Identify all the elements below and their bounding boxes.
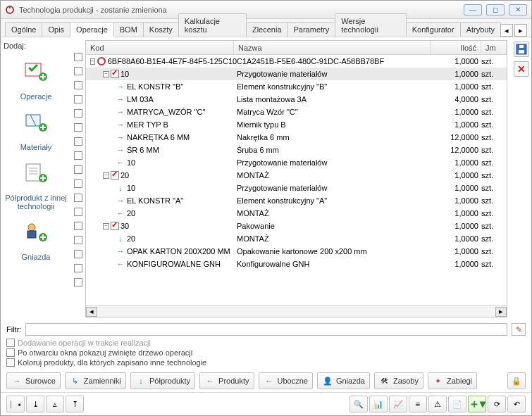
filter-clear-button[interactable]: ✎ xyxy=(512,323,526,336)
sidebar-operacje-icon[interactable] xyxy=(20,57,51,85)
row-checkbox[interactable] xyxy=(74,53,82,61)
minimize-button[interactable]: — xyxy=(464,4,482,15)
check-icon xyxy=(111,70,119,78)
row-jm: szt. xyxy=(481,222,507,230)
lock-button[interactable]: 🔒 xyxy=(507,372,526,389)
zabiegi-button[interactable]: ✦Zabiegi xyxy=(428,372,477,389)
row-nazwa: MONTAŻ xyxy=(237,209,431,218)
save-button[interactable] xyxy=(514,42,529,57)
row-checkbox[interactable] xyxy=(74,95,82,103)
col-ilosc[interactable]: Ilość xyxy=(431,41,481,54)
tab-bom[interactable]: BOM xyxy=(113,22,144,37)
produkty-button[interactable]: ←Produkty xyxy=(199,372,254,389)
uboczne-button[interactable]: ←Uboczne xyxy=(259,372,313,389)
table-row[interactable]: − 6BF88A60-B1E4-4E7F-84F5-125C105C1A2451… xyxy=(86,55,507,68)
row-checkbox[interactable] xyxy=(74,67,82,75)
tabs-next-button[interactable]: ▸ xyxy=(514,24,527,37)
tab-operacje[interactable]: Operacje xyxy=(70,22,114,37)
tb-export[interactable]: ⤒ xyxy=(66,396,84,412)
row-checkbox[interactable] xyxy=(74,278,82,286)
table-row[interactable]: MER TYP BMiernik typu B1,0000szt. xyxy=(86,118,507,131)
tb-list[interactable]: ≡ xyxy=(409,396,427,412)
expand-toggle[interactable]: − xyxy=(90,58,95,65)
tree-body[interactable]: − 6BF88A60-B1E4-4E7F-84F5-125C105C1A2451… xyxy=(86,55,507,305)
tb-up[interactable]: ▵ xyxy=(46,396,64,412)
tb-chart1[interactable]: 📊 xyxy=(369,396,388,412)
row-checkbox[interactable] xyxy=(74,123,82,132)
check-c3[interactable] xyxy=(6,358,15,367)
row-checkbox[interactable] xyxy=(74,81,82,89)
row-ilosc: 1,0000 xyxy=(431,196,481,205)
tab-ogólne[interactable]: Ogólne xyxy=(5,22,42,37)
tb-import[interactable]: ⤓ xyxy=(26,396,44,412)
row-checkbox[interactable] xyxy=(74,250,82,258)
table-row[interactable]: 10Przygotowanie materiałów1,0000szt. xyxy=(86,182,507,194)
row-checkbox[interactable] xyxy=(74,264,82,272)
col-kod[interactable]: Kod xyxy=(86,41,234,54)
tb-doc[interactable]: 📄 xyxy=(448,396,466,412)
table-row[interactable]: 10Przygotowanie materiałów1,0000szt. xyxy=(86,156,507,169)
close-button[interactable]: ✕ xyxy=(509,4,527,15)
polprodukty-button[interactable]: ↓Półprodukty xyxy=(130,372,195,389)
filter-input[interactable] xyxy=(25,323,507,336)
tab-zlecenia[interactable]: Zlecenia xyxy=(246,22,288,37)
tab-parametry[interactable]: Parametry xyxy=(287,22,336,37)
sidebar-gniazda-icon[interactable] xyxy=(20,218,51,246)
gniazda-button[interactable]: 👤Gniazda xyxy=(317,372,370,389)
tab-opis[interactable]: Opis xyxy=(42,22,70,37)
row-checkbox[interactable] xyxy=(74,109,82,118)
hscroll-right[interactable]: ▸ xyxy=(495,307,507,317)
delete-button[interactable]: ✕ xyxy=(514,61,529,77)
table-row[interactable]: 20MONTAŻ1,0000szt. xyxy=(86,232,507,245)
expand-toggle[interactable]: − xyxy=(103,172,109,179)
tab-wersje technologii[interactable]: Wersje technologii xyxy=(335,13,406,37)
table-row[interactable]: EL KONSTR "A"Element konstrukcyjny "A"1,… xyxy=(86,194,507,207)
row-checkbox[interactable] xyxy=(74,222,82,230)
tab-koszty[interactable]: Koszty xyxy=(143,22,179,37)
col-jm[interactable]: Jm xyxy=(481,41,507,54)
row-checkbox[interactable] xyxy=(74,137,82,146)
tab-konfigurator[interactable]: Konfigurator xyxy=(406,22,461,37)
table-row[interactable]: LM 03ALista montażowa 3A4,0000szt. xyxy=(86,93,507,106)
table-row[interactable]: ŚR 6 MMŚruba 6 mm12,0000szt. xyxy=(86,144,507,156)
table-row[interactable]: OPAK KARTON 200X200 MMOpakowanie kartono… xyxy=(86,245,507,258)
row-checkbox[interactable] xyxy=(74,194,82,202)
col-nazwa[interactable]: Nazwa xyxy=(234,41,431,54)
row-checkbox[interactable] xyxy=(74,208,82,216)
check-c2[interactable] xyxy=(6,348,15,357)
tb-first[interactable]: ⎸◂ xyxy=(6,396,25,412)
tb-undo[interactable]: ↶ xyxy=(507,396,526,412)
table-row[interactable]: KONFIGUROWALNE GNHKonfigurowalne GNH1,00… xyxy=(86,258,507,270)
expand-toggle[interactable]: − xyxy=(103,223,109,229)
sidebar-polprodukt-icon[interactable] xyxy=(20,158,51,187)
row-checkbox[interactable] xyxy=(74,236,82,244)
tb-refresh[interactable]: ⟳ xyxy=(488,396,506,412)
row-checkbox[interactable] xyxy=(74,151,82,160)
tb-warn[interactable]: ⚠ xyxy=(428,396,447,412)
table-row[interactable]: 20MONTAŻ1,0000szt. xyxy=(86,207,507,220)
table-row[interactable]: NAKRĘTKA 6 MMNakrętka 6 mm12,0000szt. xyxy=(86,131,507,144)
table-row[interactable]: − 20MONTAŻ1,0000szt. xyxy=(86,169,507,182)
tb-chart2[interactable]: 📈 xyxy=(389,396,407,412)
tb-zoom[interactable]: 🔍 xyxy=(349,396,368,412)
row-kod: 10 xyxy=(127,158,135,167)
table-row[interactable]: − 10Przygotowanie materiałów1,0000szt. xyxy=(86,68,507,80)
table-row[interactable]: MATRYCA_WZÓR "C"Matryca Wzór "C"1,0000sz… xyxy=(86,106,507,118)
row-checkbox[interactable] xyxy=(74,179,82,188)
tab-kalkulacje kosztu[interactable]: Kalkulacje kosztu xyxy=(178,13,247,37)
row-checkbox[interactable] xyxy=(74,165,82,174)
tab-atrybuty[interactable]: Atrybuty xyxy=(460,22,501,37)
swap-icon: ↳ xyxy=(70,375,81,386)
hscroll-left[interactable]: ◂ xyxy=(86,307,97,317)
row-jm: szt. xyxy=(481,108,507,116)
table-row[interactable]: − 30Pakowanie1,0000szt. xyxy=(86,220,507,232)
zasoby-button[interactable]: 🛠Zasoby xyxy=(374,372,423,389)
expand-toggle[interactable]: − xyxy=(103,71,109,77)
surowce-button[interactable]: →Surowce xyxy=(6,372,61,389)
table-row[interactable]: EL KONSTR "B"Element konstrukcyjny "B"1,… xyxy=(86,80,507,93)
zamienniki-button[interactable]: ↳Zamienniki xyxy=(65,372,126,389)
tabs-prev-button[interactable]: ◂ xyxy=(500,24,513,37)
tb-add[interactable]: ＋▾ xyxy=(468,396,486,412)
maximize-button[interactable]: ◻ xyxy=(486,4,505,15)
sidebar-materialy-icon[interactable] xyxy=(20,108,51,136)
